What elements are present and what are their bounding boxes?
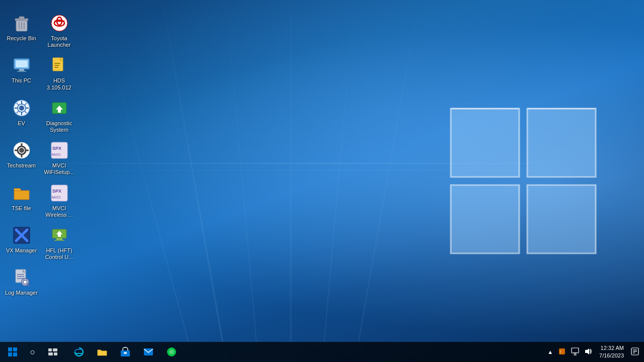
taskbar: ○ (0, 342, 644, 362)
tse-file-image (12, 183, 32, 203)
svg-marker-82 (585, 348, 589, 354)
tray-icon-volume[interactable] (583, 346, 593, 358)
svg-rect-53 (54, 240, 64, 241)
svg-rect-63 (8, 347, 12, 351)
vx-manager-icon[interactable]: VX Manager (3, 222, 40, 257)
mvci-wifi-icon[interactable]: SPX MVCI MVCI WiFiSetup... (40, 137, 78, 178)
icon-row-2: EV Diagnostic System (3, 95, 78, 137)
icon-row-1: This PC HDS 3.105.012 (3, 52, 78, 95)
mvci-wifi-label: MVCI WiFiSetup... (42, 162, 76, 175)
clock-time: 12:32 AM (599, 344, 624, 352)
tse-file-label: TSE file (12, 205, 31, 212)
svg-rect-4 (19, 17, 24, 19)
recycle-bin-icon[interactable]: Recycle Bin (3, 10, 40, 45)
green-app-taskbar-app[interactable] (160, 342, 183, 362)
svg-point-75 (169, 349, 174, 354)
ev-icon[interactable]: EV (3, 95, 40, 130)
icon-row-0: Recycle Bin Toyota Launcher (3, 10, 78, 52)
icon-row-3: Techstream SPX MVCI MVCI WiFiSetup... (3, 137, 78, 179)
hfl-control-label: HFL (HFT) Control U... (42, 247, 76, 260)
desktop: Recycle Bin Toyota Launcher (0, 0, 644, 362)
svg-rect-39 (21, 154, 22, 157)
diagnostic-system-icon[interactable]: Diagnostic System (40, 95, 78, 136)
svg-rect-21 (54, 67, 58, 68)
hds-label: HDS 3.105.012 (42, 77, 76, 90)
log-manager-image (12, 267, 32, 288)
svg-rect-68 (53, 348, 57, 351)
svg-point-23 (19, 106, 24, 111)
svg-text:MVCI: MVCI (52, 153, 61, 156)
ev-image (12, 98, 32, 118)
system-tray: ▲ ! (546, 346, 593, 358)
svg-rect-38 (21, 143, 22, 146)
svg-rect-19 (54, 63, 60, 64)
windows-logo (443, 101, 604, 261)
vx-manager-label: VX Manager (6, 247, 37, 254)
svg-rect-41 (26, 150, 29, 151)
svg-rect-20 (54, 65, 59, 66)
svg-rect-52 (56, 238, 62, 240)
log-manager-icon[interactable]: Log Manager (3, 264, 40, 299)
mvci-wireless-label: MVCI Wireless ... (42, 205, 76, 218)
svg-rect-66 (13, 352, 17, 356)
svg-rect-65 (8, 352, 12, 356)
start-button[interactable] (3, 342, 23, 362)
store-taskbar-app[interactable] (114, 342, 136, 362)
system-clock[interactable]: 12:32 AM 7/16/2023 (595, 344, 628, 360)
hfl-control-icon[interactable]: HFL (HFT) Control U... (40, 222, 78, 263)
techstream-icon[interactable]: Techstream (3, 137, 40, 172)
svg-rect-72 (124, 352, 127, 354)
svg-text:SPX: SPX (52, 189, 61, 194)
hfl-control-image (49, 225, 69, 245)
edge-taskbar-app[interactable] (68, 342, 90, 362)
svg-rect-15 (17, 71, 26, 72)
ev-label: EV (18, 120, 25, 127)
svg-text:SPX: SPX (52, 146, 61, 151)
svg-rect-73 (144, 348, 153, 355)
svg-rect-13 (16, 60, 28, 67)
search-button[interactable]: ○ (23, 342, 43, 362)
svg-rect-70 (54, 352, 57, 355)
svg-text:MVCI: MVCI (52, 196, 61, 199)
taskbar-left: ○ (0, 342, 65, 362)
tray-expand-button[interactable]: ▲ (546, 348, 554, 356)
svg-text:!: ! (560, 349, 561, 354)
explorer-taskbar-app[interactable] (91, 342, 113, 362)
hds-icon[interactable]: HDS 3.105.012 (40, 52, 78, 94)
recycle-bin-label: Recycle Bin (7, 35, 36, 42)
svg-point-36 (19, 148, 24, 153)
hds-image (49, 55, 69, 75)
mvci-wireless-image: SPX MVCI (49, 183, 69, 203)
tray-icon-1[interactable]: ! (557, 346, 567, 358)
toyota-launcher-icon[interactable]: Toyota Launcher (40, 10, 78, 51)
svg-rect-64 (13, 347, 17, 351)
this-pc-image (12, 55, 32, 75)
mvci-wifi-image: SPX MVCI (49, 140, 69, 160)
vx-manager-image (12, 225, 32, 245)
svg-rect-40 (15, 150, 18, 151)
techstream-image (12, 140, 32, 160)
diagnostic-system-label: Diagnostic System (42, 120, 76, 133)
recycle-bin-image (12, 13, 32, 33)
svg-rect-14 (19, 69, 24, 71)
tse-file-icon[interactable]: TSE file (3, 180, 40, 215)
task-view-button[interactable] (43, 342, 63, 362)
this-pc-icon[interactable]: This PC (3, 52, 40, 87)
svg-line-62 (27, 284, 29, 286)
mail-taskbar-app[interactable] (137, 342, 159, 362)
log-manager-label: Log Manager (5, 290, 38, 296)
svg-rect-69 (48, 352, 53, 355)
techstream-label: Techstream (7, 162, 36, 169)
this-pc-label: This PC (12, 77, 31, 84)
mvci-wireless-icon[interactable]: SPX MVCI MVCI Wireless ... (40, 180, 78, 221)
svg-rect-17 (53, 58, 60, 60)
notification-center-button[interactable] (630, 346, 640, 358)
tray-icon-network[interactable] (570, 346, 580, 358)
icon-row-4: TSE file SPX MVCI MVCI Wireless ... (3, 180, 78, 222)
taskbar-apps (65, 342, 185, 362)
toyota-launcher-image (49, 13, 69, 33)
toyota-launcher-label: Toyota Launcher (42, 35, 76, 48)
clock-date: 7/16/2023 (599, 352, 624, 359)
svg-rect-67 (48, 348, 52, 351)
icon-row-6: Log Manager (3, 264, 40, 300)
